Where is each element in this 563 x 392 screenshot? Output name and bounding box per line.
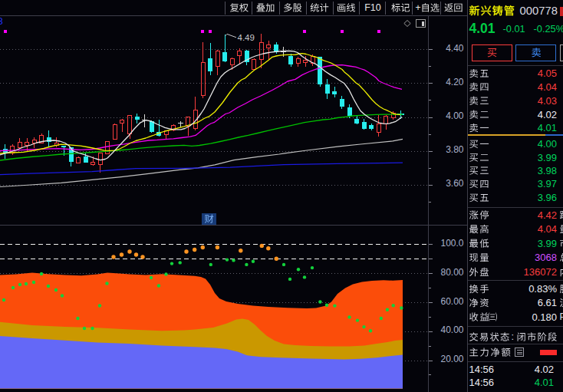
svg-text:3.60: 3.60 <box>446 178 464 189</box>
svg-text:4.00: 4.00 <box>538 138 557 150</box>
svg-text:-0.25%: -0.25% <box>534 23 563 35</box>
svg-text:60.00: 60.00 <box>440 296 463 307</box>
svg-text:4.00: 4.00 <box>446 110 464 121</box>
svg-text:0.180: 0.180 <box>532 311 557 323</box>
svg-text:3068: 3068 <box>535 252 557 263</box>
svg-text:4.01: 4.01 <box>469 21 496 36</box>
svg-text:20.00: 20.00 <box>440 354 463 364</box>
svg-text:F10: F10 <box>364 2 381 13</box>
svg-text:3.97: 3.97 <box>538 178 557 189</box>
svg-text:4.40: 4.40 <box>446 43 464 54</box>
svg-text:40.00: 40.00 <box>440 324 463 335</box>
svg-text:3.99: 3.99 <box>538 238 557 249</box>
svg-text:6.61: 6.61 <box>538 297 557 308</box>
svg-text:4.02: 4.02 <box>535 364 554 375</box>
svg-text:4.04: 4.04 <box>538 223 557 235</box>
svg-text:4.42: 4.42 <box>538 209 557 221</box>
svg-text:000778: 000778 <box>520 5 558 17</box>
svg-text:0.83%: 0.83% <box>528 283 557 295</box>
svg-text:3.98: 3.98 <box>538 165 557 176</box>
svg-text:3.80: 3.80 <box>446 144 464 155</box>
svg-text::: : <box>512 331 514 342</box>
svg-text:8: 8 <box>0 16 3 27</box>
svg-text:4.02: 4.02 <box>538 109 557 120</box>
svg-text:-0.01: -0.01 <box>503 23 525 35</box>
svg-text:P: P <box>560 311 563 322</box>
svg-text:136072: 136072 <box>524 266 557 278</box>
svg-text:3.96: 3.96 <box>538 192 557 203</box>
svg-text:3.99: 3.99 <box>538 152 557 163</box>
svg-text:4.05: 4.05 <box>538 68 557 79</box>
svg-text:+: + <box>416 2 421 13</box>
svg-text:80.00: 80.00 <box>440 267 463 278</box>
svg-text:100.0: 100.0 <box>440 238 463 249</box>
svg-text:4.03: 4.03 <box>538 95 557 107</box>
svg-text:4.04: 4.04 <box>538 81 557 93</box>
svg-text:4.20: 4.20 <box>446 77 464 87</box>
svg-text:4.49: 4.49 <box>238 33 255 42</box>
svg-text:14:56: 14:56 <box>469 377 495 388</box>
svg-text:4.01: 4.01 <box>535 377 554 388</box>
svg-text:4.01: 4.01 <box>538 122 557 133</box>
svg-text:14:56: 14:56 <box>469 364 495 375</box>
